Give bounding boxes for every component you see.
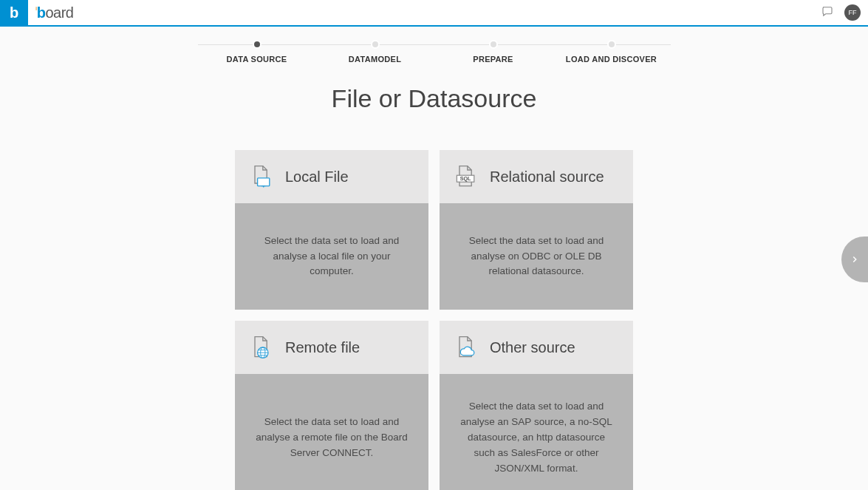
step-datamodel[interactable]: DATAMODEL <box>316 40 434 64</box>
card-local-file[interactable]: Local File Select the data set to load a… <box>235 150 428 310</box>
file-monitor-icon <box>248 163 275 190</box>
step-dot-icon <box>371 40 380 49</box>
wizard-stepper: DATA SOURCE DATAMODEL PREPARE LOAD AND D… <box>198 40 671 64</box>
card-title: Local File <box>285 169 349 186</box>
avatar[interactable]: FF <box>844 4 861 21</box>
step-prepare[interactable]: PREPARE <box>434 40 553 64</box>
card-header: Remote file <box>235 321 428 374</box>
step-dot-icon <box>489 40 498 49</box>
chevron-right-icon <box>850 254 860 265</box>
card-relational-source[interactable]: SQL Relational source Select the data se… <box>440 150 633 310</box>
step-label: PREPARE <box>473 55 513 64</box>
svg-rect-0 <box>258 178 270 186</box>
card-description: Select the data set to load and analyse … <box>235 203 428 310</box>
step-dot-icon <box>607 40 616 49</box>
card-description: Select the data set to load and analyse … <box>235 374 428 490</box>
chat-icon[interactable] <box>821 4 834 21</box>
step-label: LOAD AND DISCOVER <box>566 55 657 64</box>
top-bar: b iboard FF <box>0 0 868 27</box>
card-header: SQL Relational source <box>440 150 633 203</box>
app-logo-text[interactable]: iboard <box>35 4 73 21</box>
step-data-source[interactable]: DATA SOURCE <box>198 40 316 64</box>
avatar-initials: FF <box>849 9 857 16</box>
card-description: Select the data set to load and analyse … <box>440 374 633 490</box>
svg-text:SQL: SQL <box>460 175 471 182</box>
step-label: DATA SOURCE <box>227 55 287 64</box>
stepper-line <box>198 44 671 45</box>
step-dot-icon <box>253 40 262 49</box>
card-header: Local File <box>235 150 428 203</box>
card-title: Remote file <box>285 339 360 356</box>
logo-b-icon: b <box>10 4 18 21</box>
file-sql-icon: SQL <box>453 163 479 190</box>
card-description: Select the data set to load and analyse … <box>440 203 633 310</box>
file-cloud-icon <box>453 334 479 361</box>
card-header: Other source <box>440 321 633 374</box>
file-globe-icon <box>248 334 275 361</box>
card-other-source[interactable]: Other source Select the data set to load… <box>440 321 633 490</box>
step-load-discover[interactable]: LOAD AND DISCOVER <box>553 40 671 64</box>
card-remote-file[interactable]: Remote file Select the data set to load … <box>235 321 428 490</box>
page-title: File or Datasource <box>0 84 868 113</box>
step-label: DATAMODEL <box>349 55 401 64</box>
source-cards-grid: Local File Select the data set to load a… <box>235 150 633 490</box>
app-logo-square[interactable]: b <box>0 0 28 26</box>
card-title: Relational source <box>490 169 604 186</box>
card-title: Other source <box>490 339 575 356</box>
